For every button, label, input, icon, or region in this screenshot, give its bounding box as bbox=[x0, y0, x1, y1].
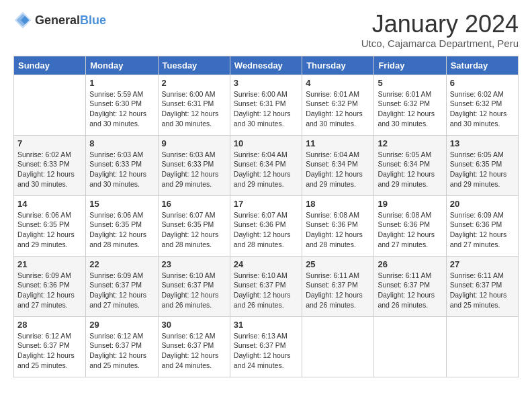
day-info: Sunrise: 6:04 AMSunset: 6:34 PMDaylight:… bbox=[306, 150, 370, 189]
day-number: 10 bbox=[234, 138, 298, 148]
day-number: 14 bbox=[17, 199, 82, 209]
calendar-cell: 24Sunrise: 6:10 AMSunset: 6:37 PMDayligh… bbox=[230, 256, 302, 316]
day-info: Sunrise: 6:01 AMSunset: 6:32 PMDaylight:… bbox=[378, 89, 442, 129]
calendar-cell: 11Sunrise: 6:04 AMSunset: 6:34 PMDayligh… bbox=[302, 135, 374, 195]
day-info: Sunrise: 6:09 AMSunset: 6:36 PMDaylight:… bbox=[450, 210, 515, 250]
calendar-cell: 13Sunrise: 6:05 AMSunset: 6:35 PMDayligh… bbox=[446, 135, 518, 195]
calendar-week-row: 1Sunrise: 5:59 AMSunset: 6:30 PMDaylight… bbox=[14, 75, 519, 135]
logo-general: General bbox=[35, 13, 80, 27]
calendar-header-row: SundayMondayTuesdayWednesdayThursdayFrid… bbox=[14, 56, 519, 75]
calendar-cell: 28Sunrise: 6:12 AMSunset: 6:37 PMDayligh… bbox=[14, 316, 86, 377]
day-number: 18 bbox=[306, 199, 370, 209]
calendar-cell: 8Sunrise: 6:03 AMSunset: 6:33 PMDaylight… bbox=[86, 135, 158, 195]
title-area: January 2024 Utco, Cajamarca Department,… bbox=[361, 11, 519, 49]
day-info: Sunrise: 6:05 AMSunset: 6:34 PMDaylight:… bbox=[378, 150, 442, 189]
logo: GeneralBlue bbox=[13, 11, 106, 30]
day-info: Sunrise: 6:09 AMSunset: 6:36 PMDaylight:… bbox=[17, 271, 82, 310]
day-number: 4 bbox=[306, 78, 370, 88]
calendar-cell: 15Sunrise: 6:06 AMSunset: 6:35 PMDayligh… bbox=[86, 195, 158, 256]
day-number: 17 bbox=[234, 199, 298, 209]
calendar-cell bbox=[446, 316, 518, 377]
location-title: Utco, Cajamarca Department, Peru bbox=[361, 38, 519, 49]
header-friday: Friday bbox=[374, 56, 446, 75]
calendar-cell: 31Sunrise: 6:13 AMSunset: 6:37 PMDayligh… bbox=[230, 316, 302, 377]
calendar-cell: 26Sunrise: 6:11 AMSunset: 6:37 PMDayligh… bbox=[374, 256, 446, 316]
day-info: Sunrise: 6:00 AMSunset: 6:31 PMDaylight:… bbox=[234, 89, 298, 129]
day-info: Sunrise: 6:09 AMSunset: 6:37 PMDaylight:… bbox=[89, 271, 154, 310]
day-number: 9 bbox=[162, 138, 226, 148]
day-info: Sunrise: 6:05 AMSunset: 6:35 PMDaylight:… bbox=[450, 150, 515, 189]
calendar-cell: 3Sunrise: 6:00 AMSunset: 6:31 PMDaylight… bbox=[230, 75, 302, 135]
calendar-cell: 17Sunrise: 6:07 AMSunset: 6:36 PMDayligh… bbox=[230, 195, 302, 256]
logo-icon bbox=[13, 11, 32, 30]
day-info: Sunrise: 6:03 AMSunset: 6:33 PMDaylight:… bbox=[162, 150, 226, 189]
calendar-cell: 9Sunrise: 6:03 AMSunset: 6:33 PMDaylight… bbox=[158, 135, 230, 195]
calendar-cell bbox=[14, 75, 86, 135]
calendar-week-row: 28Sunrise: 6:12 AMSunset: 6:37 PMDayligh… bbox=[14, 316, 519, 377]
calendar-cell: 4Sunrise: 6:01 AMSunset: 6:32 PMDaylight… bbox=[302, 75, 374, 135]
day-number: 8 bbox=[89, 138, 154, 148]
day-number: 5 bbox=[378, 78, 442, 88]
day-number: 25 bbox=[306, 259, 370, 269]
day-number: 30 bbox=[162, 320, 226, 330]
calendar-cell: 19Sunrise: 6:08 AMSunset: 6:36 PMDayligh… bbox=[374, 195, 446, 256]
logo-blue: Blue bbox=[80, 13, 106, 27]
day-number: 31 bbox=[234, 320, 298, 330]
day-number: 13 bbox=[450, 138, 515, 148]
logo-text: GeneralBlue bbox=[35, 13, 106, 28]
day-info: Sunrise: 6:00 AMSunset: 6:31 PMDaylight:… bbox=[162, 89, 226, 129]
calendar-cell: 30Sunrise: 6:12 AMSunset: 6:37 PMDayligh… bbox=[158, 316, 230, 377]
day-number: 28 bbox=[17, 320, 82, 330]
day-info: Sunrise: 6:01 AMSunset: 6:32 PMDaylight:… bbox=[306, 89, 370, 129]
day-info: Sunrise: 6:02 AMSunset: 6:32 PMDaylight:… bbox=[450, 89, 515, 129]
day-info: Sunrise: 6:06 AMSunset: 6:35 PMDaylight:… bbox=[89, 210, 154, 250]
calendar-week-row: 21Sunrise: 6:09 AMSunset: 6:36 PMDayligh… bbox=[14, 256, 519, 316]
calendar-cell: 18Sunrise: 6:08 AMSunset: 6:36 PMDayligh… bbox=[302, 195, 374, 256]
day-info: Sunrise: 6:03 AMSunset: 6:33 PMDaylight:… bbox=[89, 150, 154, 189]
day-info: Sunrise: 6:10 AMSunset: 6:37 PMDaylight:… bbox=[234, 271, 298, 310]
calendar-cell: 7Sunrise: 6:02 AMSunset: 6:33 PMDaylight… bbox=[14, 135, 86, 195]
calendar-week-row: 14Sunrise: 6:06 AMSunset: 6:35 PMDayligh… bbox=[14, 195, 519, 256]
day-info: Sunrise: 6:12 AMSunset: 6:37 PMDaylight:… bbox=[162, 331, 226, 371]
day-number: 20 bbox=[450, 199, 515, 209]
day-info: Sunrise: 6:12 AMSunset: 6:37 PMDaylight:… bbox=[17, 331, 82, 371]
day-info: Sunrise: 6:12 AMSunset: 6:37 PMDaylight:… bbox=[89, 331, 154, 371]
calendar-cell: 6Sunrise: 6:02 AMSunset: 6:32 PMDaylight… bbox=[446, 75, 518, 135]
day-number: 24 bbox=[234, 259, 298, 269]
calendar-cell: 29Sunrise: 6:12 AMSunset: 6:37 PMDayligh… bbox=[86, 316, 158, 377]
day-info: Sunrise: 6:08 AMSunset: 6:36 PMDaylight:… bbox=[378, 210, 442, 250]
day-info: Sunrise: 6:11 AMSunset: 6:37 PMDaylight:… bbox=[306, 271, 370, 310]
day-number: 29 bbox=[89, 320, 154, 330]
day-info: Sunrise: 6:06 AMSunset: 6:35 PMDaylight:… bbox=[17, 210, 82, 250]
calendar-cell: 14Sunrise: 6:06 AMSunset: 6:35 PMDayligh… bbox=[14, 195, 86, 256]
day-number: 26 bbox=[378, 259, 442, 269]
day-number: 7 bbox=[17, 138, 82, 148]
header-monday: Monday bbox=[86, 56, 158, 75]
calendar-cell bbox=[302, 316, 374, 377]
header-tuesday: Tuesday bbox=[158, 56, 230, 75]
calendar-cell: 2Sunrise: 6:00 AMSunset: 6:31 PMDaylight… bbox=[158, 75, 230, 135]
day-info: Sunrise: 6:07 AMSunset: 6:36 PMDaylight:… bbox=[234, 210, 298, 250]
day-number: 27 bbox=[450, 259, 515, 269]
day-info: Sunrise: 6:07 AMSunset: 6:35 PMDaylight:… bbox=[162, 210, 226, 250]
day-number: 21 bbox=[17, 259, 82, 269]
page-header: GeneralBlue January 2024 Utco, Cajamarca… bbox=[13, 11, 519, 49]
day-number: 11 bbox=[306, 138, 370, 148]
day-info: Sunrise: 6:11 AMSunset: 6:37 PMDaylight:… bbox=[378, 271, 442, 310]
day-number: 3 bbox=[234, 78, 298, 88]
calendar-cell: 20Sunrise: 6:09 AMSunset: 6:36 PMDayligh… bbox=[446, 195, 518, 256]
header-thursday: Thursday bbox=[302, 56, 374, 75]
calendar-cell: 27Sunrise: 6:11 AMSunset: 6:37 PMDayligh… bbox=[446, 256, 518, 316]
calendar-cell: 22Sunrise: 6:09 AMSunset: 6:37 PMDayligh… bbox=[86, 256, 158, 316]
day-info: Sunrise: 6:08 AMSunset: 6:36 PMDaylight:… bbox=[306, 210, 370, 250]
day-info: Sunrise: 5:59 AMSunset: 6:30 PMDaylight:… bbox=[89, 89, 154, 129]
header-wednesday: Wednesday bbox=[230, 56, 302, 75]
day-number: 2 bbox=[162, 78, 226, 88]
day-number: 23 bbox=[162, 259, 226, 269]
header-sunday: Sunday bbox=[14, 56, 86, 75]
calendar-cell: 23Sunrise: 6:10 AMSunset: 6:37 PMDayligh… bbox=[158, 256, 230, 316]
month-title: January 2024 bbox=[361, 11, 519, 38]
day-number: 22 bbox=[89, 259, 154, 269]
day-number: 19 bbox=[378, 199, 442, 209]
day-info: Sunrise: 6:04 AMSunset: 6:34 PMDaylight:… bbox=[234, 150, 298, 189]
